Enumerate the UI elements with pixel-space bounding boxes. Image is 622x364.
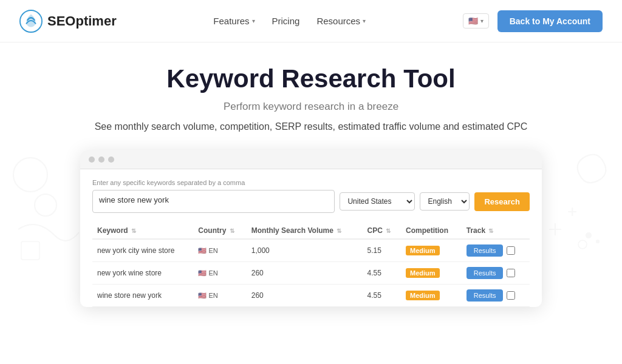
language-select[interactable]: English Spanish French	[420, 192, 470, 211]
svg-point-6	[596, 240, 600, 243]
svg-point-2	[35, 194, 56, 216]
logo-area: SEOptimer	[19, 10, 117, 33]
browser-dot-3	[108, 157, 114, 163]
svg-point-7	[578, 240, 587, 249]
table-row: new york wine store 🇺🇸 EN 260 4.55 Mediu…	[92, 262, 530, 285]
cell-country: 🇺🇸 EN	[193, 262, 246, 285]
competition-badge: Medium	[406, 246, 440, 255]
back-to-account-button[interactable]: Back to My Account	[497, 10, 603, 32]
flag-en: 🇺🇸 EN	[198, 292, 217, 300]
svg-rect-3	[21, 241, 39, 260]
chevron-down-icon: ▾	[480, 18, 484, 24]
table-header: Keyword ⇅ Country ⇅ Monthly Search Volum…	[92, 223, 530, 239]
results-button[interactable]: Results	[466, 244, 504, 257]
col-country: Country ⇅	[193, 223, 246, 239]
sort-icon: ⇅	[131, 228, 136, 234]
flag-emoji: 🇺🇸	[468, 16, 478, 25]
results-button[interactable]: Results	[466, 267, 504, 279]
browser-wrapper: + Enter any specific keywords separated …	[0, 144, 622, 307]
col-cpc: CPC ⇅	[363, 223, 401, 239]
table-row: new york city wine store 🇺🇸 EN 1,000 5.1…	[92, 239, 530, 262]
cell-volume: 260	[247, 262, 363, 285]
navbar: SEOptimer Features ▾ Pricing Resources ▾…	[0, 0, 622, 42]
col-track: Track ⇅	[462, 223, 530, 239]
svg-point-5	[586, 232, 592, 238]
browser-titlebar	[80, 150, 542, 169]
flag-en: 🇺🇸 EN	[198, 269, 217, 277]
col-competition: Competition	[401, 223, 462, 239]
hero-section: Keyword Research Tool Perform keyword re…	[0, 42, 622, 144]
search-row: United States United Kingdom Australia E…	[92, 190, 530, 213]
browser-dot-2	[98, 157, 104, 163]
browser-content: Enter any specific keywords separated by…	[80, 169, 542, 307]
browser-mockup: Enter any specific keywords separated by…	[80, 150, 542, 307]
cell-cpc: 4.55	[363, 262, 401, 285]
hero-description: See monthly search volume, competition, …	[68, 121, 554, 132]
nav-links: Features ▾ Pricing Resources ▾	[213, 16, 366, 26]
cell-cpc: 4.55	[363, 285, 401, 307]
logo-text: SEOptimer	[47, 13, 117, 29]
competition-badge: Medium	[406, 291, 440, 300]
sort-icon: ⇅	[230, 228, 234, 234]
table-row: wine store new york 🇺🇸 EN 260 4.55 Mediu…	[92, 285, 530, 307]
svg-text:+: +	[567, 202, 577, 221]
cell-country: 🇺🇸 EN	[193, 285, 246, 307]
nav-features[interactable]: Features ▾	[213, 16, 255, 26]
sort-icon: ⇅	[386, 228, 391, 234]
nav-pricing[interactable]: Pricing	[272, 16, 300, 26]
nav-actions: 🇺🇸 ▾ Back to My Account	[463, 10, 603, 32]
col-keyword: Keyword ⇅	[92, 223, 193, 239]
results-button[interactable]: Results	[466, 289, 504, 302]
cell-track[interactable]: Results	[462, 239, 530, 262]
country-select[interactable]: United States United Kingdom Australia	[340, 192, 415, 211]
keyword-input-label: Enter any specific keywords separated by…	[92, 179, 530, 186]
page-title: Keyword Research Tool	[12, 64, 610, 93]
cell-keyword: new york city wine store	[92, 239, 193, 262]
nav-resources[interactable]: Resources ▾	[316, 16, 366, 26]
decoration-right: +	[537, 144, 610, 266]
cell-track[interactable]: Results	[462, 262, 530, 285]
cell-competition: Medium	[401, 285, 462, 307]
language-flag-button[interactable]: 🇺🇸 ▾	[463, 13, 489, 29]
logo-icon	[19, 10, 43, 33]
keyword-input[interactable]	[92, 190, 335, 213]
svg-point-1	[13, 158, 47, 192]
sort-icon: ⇅	[337, 228, 341, 234]
cell-keyword: wine store new york	[92, 285, 193, 307]
col-volume: Monthly Search Volume ⇅	[247, 223, 363, 239]
flag-en: 🇺🇸 EN	[198, 247, 217, 255]
cell-country: 🇺🇸 EN	[193, 239, 246, 262]
cell-volume: 1,000	[247, 239, 363, 262]
results-table: Keyword ⇅ Country ⇅ Monthly Search Volum…	[92, 223, 530, 307]
sort-icon: ⇅	[488, 228, 493, 234]
cell-keyword: new york wine store	[92, 262, 193, 285]
decoration-left	[12, 144, 85, 266]
track-checkbox[interactable]	[507, 291, 515, 300]
competition-badge: Medium	[406, 268, 440, 278]
cell-cpc: 5.15	[363, 239, 401, 262]
chevron-down-icon: ▾	[363, 18, 366, 24]
cell-competition: Medium	[401, 239, 462, 262]
cell-track[interactable]: Results	[462, 285, 530, 307]
hero-subtitle: Perform keyword research in a breeze	[12, 101, 610, 113]
chevron-down-icon: ▾	[252, 18, 255, 24]
track-checkbox[interactable]	[507, 246, 515, 255]
table-body: new york city wine store 🇺🇸 EN 1,000 5.1…	[92, 239, 530, 307]
track-checkbox[interactable]	[507, 269, 515, 277]
browser-dot-1	[89, 157, 95, 163]
cell-competition: Medium	[401, 262, 462, 285]
research-button[interactable]: Research	[474, 192, 530, 211]
cell-volume: 260	[247, 285, 363, 307]
